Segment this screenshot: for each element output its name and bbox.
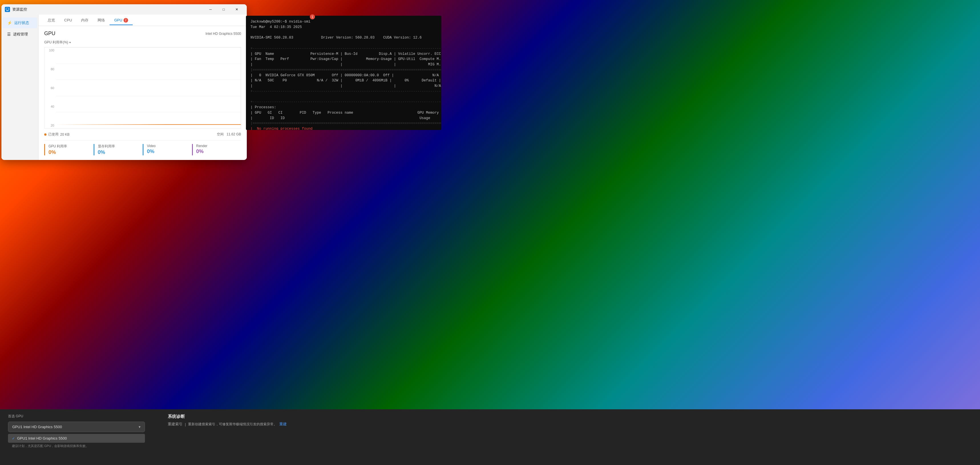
- memory-used-value: 20 KB: [60, 133, 70, 136]
- window-body: ⚡ 运行状态 ☰ 进程管理 总览 CPU 内存: [2, 14, 247, 160]
- terminal-badge: 1: [310, 14, 315, 19]
- gpu-selector-label: GPU1 Intel HD Graphics 5500: [12, 425, 62, 429]
- y-label-60: 60: [46, 86, 54, 90]
- window-app-icon: [5, 7, 10, 12]
- resource-monitor-window: 资源监控 ─ □ ✕ ⚡ 运行状态 ☰ 进程管理 总览: [2, 4, 247, 160]
- sidebar-item-label-process: 进程管理: [13, 32, 28, 37]
- main-content: 总览 CPU 内存 网络 GPU 2: [38, 14, 247, 160]
- chart-label-row: GPU 利用率(%) ▾: [44, 40, 241, 45]
- tab-bar: 总览 CPU 内存 网络 GPU 2: [38, 14, 247, 26]
- minimize-button[interactable]: ─: [204, 5, 217, 14]
- tab-network[interactable]: 网络: [93, 15, 110, 25]
- memory-used-label: 已使用: [48, 132, 59, 137]
- stat-video-label: Video: [147, 144, 189, 148]
- gpu-chart-area: 100 80 60 40 20: [44, 47, 241, 129]
- stat-video-value: 0%: [147, 149, 189, 155]
- y-label-80: 80: [46, 67, 54, 71]
- diagnostics-rebuild-link[interactable]: 重建: [279, 422, 287, 427]
- sidebar-item-process-mgmt[interactable]: ☰ 进程管理: [3, 29, 37, 40]
- memory-info-bar: 已使用 20 KB 空闲 11.62 GB: [44, 131, 241, 140]
- window-titlebar: 资源监控 ─ □ ✕: [2, 4, 247, 14]
- window-title: 资源监控: [12, 7, 202, 12]
- preferred-gpu-section: 首选 GPU GPU1 Intel HD Graphics 5500 ▾ ✓ G…: [8, 414, 145, 448]
- grid-line-4: [56, 96, 241, 96]
- grid-line-top: [56, 47, 241, 48]
- grid-line-2: [56, 64, 241, 64]
- stat-vram-util: 显存利用率 0%: [94, 144, 143, 155]
- diagnostics-text: 重建索引: [168, 422, 183, 427]
- chevron-down-icon: ▾: [138, 425, 141, 429]
- preferred-gpu-title: 首选 GPU: [8, 414, 145, 419]
- window-controls: ─ □ ✕: [204, 5, 243, 14]
- svg-rect-0: [6, 8, 9, 10]
- chart-label[interactable]: GPU 利用率(%) ▾: [44, 40, 71, 45]
- close-button[interactable]: ✕: [230, 5, 243, 14]
- stat-render: Render 0%: [192, 144, 241, 155]
- terminal-window: Jackxwb@my5200:~$ nvidia-smi Tue Mar 4 0…: [246, 16, 441, 130]
- memory-used-dot: [44, 133, 46, 136]
- gpu-model: Intel HD Graphics 5500: [205, 32, 241, 36]
- sidebar-item-running-state[interactable]: ⚡ 运行状态: [3, 18, 37, 28]
- stat-gpu-util-label: GPU 利用率: [48, 144, 90, 149]
- memory-free-info: 空闲 11.62 GB: [217, 132, 241, 137]
- stat-render-value: 0%: [196, 149, 238, 155]
- gpu-selector-dropdown[interactable]: GPU1 Intel HD Graphics 5500 ▾: [8, 422, 145, 432]
- memory-used-info: 已使用 20 KB: [44, 132, 70, 137]
- tab-overview[interactable]: 总览: [43, 15, 60, 25]
- y-label-40: 40: [46, 105, 54, 108]
- terminal-content: Jackxwb@my5200:~$ nvidia-smi Tue Mar 4 0…: [250, 19, 437, 130]
- stat-vram-label: 显存利用率: [98, 144, 140, 149]
- gpu-tab-badge: 2: [124, 18, 128, 22]
- diagnostics-title: 系统诊断: [168, 414, 972, 419]
- chart-dropdown-icon: ▾: [69, 41, 71, 44]
- y-label-100: 100: [46, 49, 54, 52]
- stat-gpu-util: GPU 利用率 0%: [44, 144, 94, 155]
- running-state-icon: ⚡: [7, 21, 12, 25]
- stat-vram-value: 0%: [98, 149, 140, 155]
- diagnostics-desc: 重新创建搜索索引，可修复斯华极端情况引发的搜索异常。: [188, 422, 277, 427]
- gpu-usage-line: [56, 124, 241, 125]
- sidebar: ⚡ 运行状态 ☰ 进程管理: [2, 14, 38, 160]
- gpu-option-selected[interactable]: ✓ GPU1 Intel HD Graphics 5500: [8, 434, 145, 443]
- gpu-header: GPU Intel HD Graphics 5500: [44, 30, 241, 37]
- chart-y-labels: 100 80 60 40 20: [45, 47, 56, 128]
- gpu-stats-row: GPU 利用率 0% 显存利用率 0% Video 0% Render 0%: [44, 140, 241, 155]
- gpu-content-panel: GPU Intel HD Graphics 5500 GPU 利用率(%) ▾ …: [38, 26, 247, 160]
- tab-gpu[interactable]: GPU 2: [110, 16, 132, 25]
- memory-free-value: 11.62 GB: [226, 132, 241, 136]
- diagnostics-section: 系统诊断 重建索引 | 重新创建搜索索引，可修复斯华极端情况引发的搜索异常。 重…: [168, 414, 972, 427]
- stat-gpu-util-value: 0%: [48, 149, 90, 155]
- process-mgmt-icon: ☰: [7, 32, 11, 37]
- stat-video: Video 0%: [143, 144, 192, 155]
- gpu-selected-option-label: GPU1 Intel HD Graphics 5500: [17, 436, 67, 440]
- maximize-button[interactable]: □: [217, 5, 230, 14]
- diagnostics-row: 重建索引 | 重新创建搜索索引，可修复斯华极端情况引发的搜索异常。 重建: [168, 422, 972, 427]
- gpu-option-hint: 建议计划，尤其是匹配 GPU，会影响游戏切换和失败。: [8, 444, 145, 448]
- check-icon: ✓: [12, 436, 15, 440]
- gpu-title: GPU: [44, 30, 55, 37]
- stat-render-label: Render: [196, 144, 238, 148]
- diagnostics-separator: |: [185, 422, 186, 427]
- tab-cpu[interactable]: CPU: [60, 16, 76, 24]
- grid-line-3: [56, 80, 241, 80]
- y-label-20: 20: [46, 124, 54, 127]
- chart-grid: [56, 47, 241, 128]
- tab-memory[interactable]: 内存: [76, 15, 93, 25]
- grid-line-5: [56, 112, 241, 112]
- memory-free-label: 空闲: [217, 132, 224, 136]
- bottom-panel: 首选 GPU GPU1 Intel HD Graphics 5500 ▾ ✓ G…: [0, 409, 980, 465]
- sidebar-item-label-running: 运行状态: [14, 20, 29, 26]
